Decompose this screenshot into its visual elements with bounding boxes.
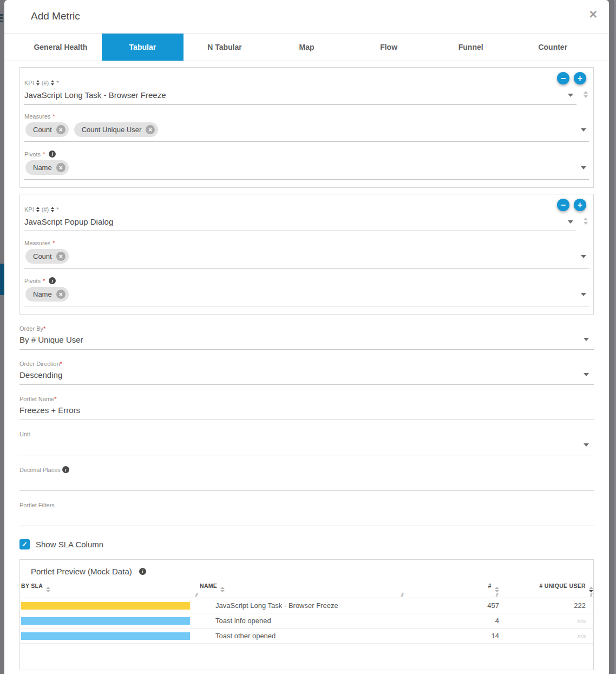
measures-select[interactable]: Count×Count Unique User× [24, 120, 589, 142]
kpi-select[interactable]: JavaScript Long Task - Browser Freeze [24, 90, 576, 104]
preview-table: BY SLA//NAME//#//# UNIQUE USER// JavaScr… [20, 578, 593, 644]
field-label: Portlet Name* [19, 396, 594, 402]
tab-counter[interactable]: Counter [512, 34, 594, 61]
field-label: Order Direction* [19, 361, 594, 367]
sort-down-icon [51, 83, 54, 86]
column-header-label: # UNIQUE USER [539, 583, 586, 589]
remove-chip-icon[interactable]: × [56, 125, 65, 134]
field-select[interactable] [19, 437, 594, 455]
show-sla-label: Show SLA Column [36, 540, 103, 549]
kpi-card: −+KPI(#)*JavaScript Long Task - Browser … [19, 67, 594, 188]
chevron-down-icon [581, 293, 586, 296]
field-value: Freezes + Errors [19, 405, 592, 415]
kpi-label-text: KPI [24, 206, 34, 213]
kpi-card: −+KPI(#)*JavaScript Popup DialogMeasures… [19, 194, 594, 315]
column-header--unique-user[interactable]: # UNIQUE USER// [499, 578, 593, 598]
chip-label: Count [33, 252, 52, 260]
sort-up-icon [495, 587, 499, 589]
remove-chip-icon[interactable]: × [56, 163, 65, 172]
preview-title: Portlet Preview (Mock Data) [31, 567, 132, 576]
sla-bar [21, 602, 190, 610]
chevron-down-icon [581, 166, 586, 169]
hamburger-menu-icon [0, 14, 3, 16]
spinner-up-icon [584, 218, 588, 220]
pivots-label: Pivots*i [24, 150, 589, 158]
required-asterisk: * [60, 361, 62, 367]
chevron-down-icon [584, 373, 589, 376]
sort-arrows-icon [220, 587, 225, 592]
field-order-direction: Order Direction*Descending [19, 361, 594, 385]
column-resize-handle[interactable]: // [195, 592, 197, 598]
kpi-order-spinner[interactable] [582, 218, 589, 231]
sort-arrows-icon [51, 80, 54, 86]
tab-general-health[interactable]: General Health [19, 34, 102, 61]
sort-up-icon [36, 80, 40, 82]
pivots-label: Pivots*i [24, 277, 589, 284]
field-input[interactable] [19, 473, 594, 491]
kpi-field-label: KPI(#)* [24, 206, 589, 213]
field-input[interactable]: Freezes + Errors [19, 402, 594, 420]
remove-kpi-button[interactable]: − [557, 199, 569, 211]
field-select[interactable]: Descending [19, 367, 594, 385]
info-icon[interactable]: i [139, 568, 146, 575]
info-icon[interactable]: i [49, 277, 56, 284]
unique-user-cell: n/a [499, 613, 593, 629]
column-header-by-sla[interactable]: BY SLA// [20, 578, 199, 598]
add-metric-modal: Add Metric × General HealthTabularN Tabu… [4, 0, 609, 674]
sort-down-icon [51, 210, 54, 212]
tab-tabular[interactable]: Tabular [102, 34, 184, 61]
tab-n-tabular[interactable]: N Tabular [184, 34, 266, 61]
tabs-bar: General HealthTabularN TabularMapFlowFun… [4, 34, 609, 61]
tab-map[interactable]: Map [266, 34, 348, 61]
required-asterisk: * [43, 325, 45, 332]
chevron-down-icon [581, 128, 586, 132]
tab-flow[interactable]: Flow [348, 34, 430, 61]
sla-cell [20, 629, 199, 644]
kpi-select[interactable]: JavaScript Popup Dialog [24, 217, 576, 231]
info-icon[interactable]: i [62, 466, 69, 473]
sort-arrows-icon [495, 587, 499, 592]
tab-funnel[interactable]: Funnel [430, 34, 512, 61]
column-header-name[interactable]: NAME// [199, 578, 404, 598]
unique-user-cell: 222 [499, 598, 593, 613]
kpi-order-spinner[interactable] [582, 91, 589, 104]
field-select[interactable]: By # Unique User [19, 332, 594, 350]
chip-label: Count [33, 126, 52, 134]
sort-up-icon [589, 587, 593, 589]
info-icon[interactable]: i [49, 150, 56, 158]
kpi-field-label: KPI(#)* [24, 80, 589, 86]
measures-select[interactable]: Count× [24, 246, 589, 269]
remove-chip-icon[interactable]: × [146, 125, 155, 134]
required-asterisk: * [53, 113, 55, 120]
table-row: Toast info opened4n/a [20, 613, 593, 629]
count-cell: 457 [404, 598, 499, 613]
remove-chip-icon[interactable]: × [56, 252, 65, 261]
column-header-label: # [488, 583, 492, 589]
count-cell: 14 [404, 629, 499, 644]
sla-bar [21, 632, 190, 640]
remove-kpi-button[interactable]: − [557, 72, 569, 84]
column-resize-handle[interactable]: // [590, 592, 592, 598]
field-portlet-name: Portlet Name*Freezes + Errors [19, 396, 594, 420]
sort-arrows-icon [46, 587, 50, 592]
chevron-down-icon [568, 94, 573, 97]
add-kpi-button[interactable]: + [574, 199, 586, 211]
add-kpi-button[interactable]: + [574, 72, 586, 84]
hamburger-menu-icon [0, 21, 3, 22]
sort-arrows-icon [589, 587, 593, 592]
field-label: Order By* [19, 325, 594, 332]
measures-label: Measures* [24, 113, 589, 120]
remove-chip-icon[interactable]: × [56, 290, 65, 299]
name-cell: JavaScript Long Task - Browser Freeze [199, 598, 404, 613]
pivots-select[interactable]: Name× [24, 158, 589, 180]
close-icon[interactable]: × [589, 8, 597, 21]
show-sla-checkbox[interactable]: ✓ [19, 539, 30, 549]
pivots-select[interactable]: Name× [24, 284, 589, 306]
backdrop-right-strip [609, 0, 616, 674]
field-input[interactable] [19, 508, 594, 526]
column-header-label: BY SLA [21, 583, 43, 589]
modal-content: −+KPI(#)*JavaScript Long Task - Browser … [4, 67, 609, 670]
column-resize-handle[interactable]: // [496, 592, 497, 598]
column-resize-handle[interactable]: // [401, 592, 403, 598]
column-header--[interactable]: #// [404, 578, 499, 598]
